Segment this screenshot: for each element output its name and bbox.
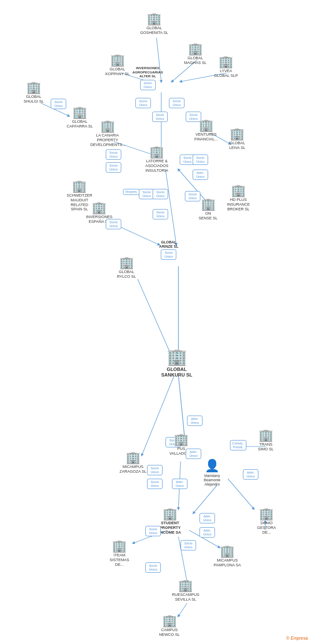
node-global-caffarra: 🏢 GLOBALCAFFARRA SL	[67, 106, 93, 129]
copyright: © Empresa	[286, 636, 308, 641]
node-micampus-zaragoza: 🏢 MICAMPUSZARAGOZA SL	[120, 452, 147, 474]
building-icon-maghas: 🏢	[188, 43, 203, 55]
label-iteam-sistemas: ITEAMSISTEMASDE...	[110, 553, 129, 567]
badge-adm-unico-maristany: Adm.Único	[243, 469, 258, 480]
badge-socio-unico-canaria1: SocioÚnico	[106, 149, 121, 160]
label-trans-simo: TRANSSIMO SL	[258, 442, 274, 452]
node-on-sense: 🏢 ONSENSE SL	[199, 198, 218, 221]
node-campus-newco: 🏢 CAMPUSNEWCO SL	[159, 615, 180, 637]
badge-adm-unico-student1: Adm.Único	[199, 513, 215, 523]
node-global-koppany: 🏢 GLOBALKOPPANY SL	[105, 54, 129, 76]
label-global-rylco: GLOBALRYLCO SL	[117, 270, 136, 279]
svg-line-17	[228, 479, 254, 509]
label-global-arinze: GLOBALARINZE SL	[159, 240, 178, 249]
badge-vicepres: Vicepres.	[123, 189, 140, 195]
node-global-rylco: 🏢 GLOBALRYLCO SL	[117, 257, 136, 279]
label-on-sense: ONSENSE SL	[199, 211, 218, 221]
label-global-maghas: GLOBALMAGHAS SL	[184, 56, 207, 65]
label-campus-newco: CAMPUSNEWCO SL	[159, 628, 180, 637]
node-iteam-sistemas: 🏢 ITEAMSISTEMASDE...	[110, 540, 129, 567]
label-ventures-financial: VENTURESFINANCIAL...	[194, 132, 218, 142]
node-student-property: 🏢 STUDENTPROPERTYINCOME SA	[159, 508, 181, 535]
node-global-maghas: 🏢 GLOBALMAGHAS SL	[184, 43, 207, 65]
label-inversiones-agropecuarias: INVERSIONESAGROPECUARIASALTER SL	[132, 66, 163, 79]
badge-adm-unico-student2: Adm.Único	[199, 527, 215, 538]
building-icon-caffarra: 🏢	[72, 106, 87, 118]
badge-socio-unico-mid2: SocioÚnico	[185, 191, 200, 201]
building-icon-campus-newco: 🏢	[162, 615, 177, 627]
svg-line-8	[166, 170, 176, 245]
badge-socio-unico-mid1: SocioÚnico	[153, 189, 168, 199]
badge-socio-unico-schw: SocioÚnico	[139, 189, 154, 199]
building-icon-pamplona: 🏢	[220, 545, 235, 557]
diagram-container: 🏢 GLOBAL GOSHENITA SL 🏢 GLOBALMAGHAS SL …	[0, 0, 313, 644]
node-micampus-pamplona: 🏢 MICAMPUSPAMPLONA SA	[214, 545, 241, 568]
building-icon-on-sense: 🏢	[201, 198, 216, 210]
building-icon-leiva: 🏢	[230, 128, 245, 140]
badge-adm-unico-sankuru1: Adm.Único	[187, 416, 203, 426]
label-maristany: MaristanyBeamonteAlejandro	[204, 474, 221, 487]
building-icon-goshenita: 🏢	[147, 13, 162, 25]
label-global-shulgi: GLOBALSHULGI SL	[24, 94, 44, 104]
badge-socio-unico-mid4: SocioÚnica	[106, 219, 121, 229]
building-icon-ventures: 🏢	[199, 119, 214, 131]
building-icon-iteam: 🏢	[112, 540, 127, 552]
label-global-caffarra: GLOBALCAFFARRA SL	[67, 119, 93, 129]
node-inversiones-agropecuarias: INVERSIONESAGROPECUARIASALTER SL SocioÚn…	[132, 65, 163, 90]
badge-adm-unico-latorre: Adm.Único	[193, 170, 208, 180]
label-global-leiva: GLOBALLEIVA SL	[229, 141, 245, 150]
badge-consej-presid: Consej..Presid.	[230, 440, 246, 450]
label-micampus-pamplona: MICAMPUSPAMPLONA SA	[214, 558, 241, 568]
svg-line-16	[193, 485, 217, 513]
building-icon-rylco: 🏢	[119, 257, 134, 269]
badge-socio-unico-student3: SocioÚnico	[181, 540, 196, 550]
node-maristany: 👤 MaristanyBeamonteAlejandro	[204, 459, 221, 487]
label-ruescampus-sevilla: RUESCAMPUSSEVILLA SL	[172, 592, 199, 602]
badge-socio-unico-mic-z: SocioÚnico	[147, 465, 163, 475]
badge-socio-unico-1: SocioÚnico	[140, 80, 156, 90]
label-global-goshenita: GLOBAL GOSHENITA SL	[140, 26, 168, 35]
node-hd-plus: 🏢 HD PLUSINSURANCEBROKER SL	[227, 185, 250, 211]
building-icon-schweitzer: 🏢	[72, 180, 87, 192]
person-icon-maristany: 👤	[205, 459, 220, 473]
badge-socio-unico-latorre2: SocioÚnico	[193, 155, 208, 165]
node-ventures-financial: 🏢 VENTURESFINANCIAL...	[194, 119, 218, 142]
node-domo-gestora: 🏢 DOMOGESTORADE...	[257, 508, 276, 535]
label-hd-plus: HD PLUSINSURANCEBROKER SL	[227, 197, 250, 211]
badge-socio-unico-inv2: SocioÚnico	[152, 112, 168, 122]
label-lyvea-global: LYVEAGLOBAL SLP	[214, 69, 238, 78]
building-icon-pus: 🏢	[174, 434, 189, 446]
node-latorre: 🏢 LATORRE &ASOCIADOSINSULTORIA	[145, 146, 169, 173]
label-latorre: LATORRE &ASOCIADOSINSULTORIA	[145, 159, 169, 173]
label-global-sankuru: GLOBALSANKURU SL	[161, 367, 192, 378]
connections-svg	[0, 0, 313, 644]
node-global-arinze: GLOBALARINZE SL SocioÚnico	[159, 239, 178, 260]
building-icon-latorre: 🏢	[149, 146, 164, 158]
badge-socio-unico-student: SocioÚnico	[145, 526, 161, 536]
badge-socio-unico-canaria2: SocioÚnico	[106, 162, 121, 173]
building-icon-trans-simo: 🏢	[258, 429, 273, 441]
building-icon-ruescampus: 🏢	[178, 580, 193, 592]
node-global-shulgi: 🏢 GLOBALSHULGI SL	[24, 82, 44, 104]
svg-line-13	[178, 376, 185, 440]
building-icon-shulgi: 🏢	[26, 82, 41, 94]
node-global-leiva: 🏢 GLOBALLEIVA SL	[229, 128, 245, 150]
node-ruescampus-sevilla: 🏢 RUESCAMPUSSEVILLA SL	[172, 580, 199, 602]
badge-socio-unico-shulgi: SocioÚnico	[51, 99, 66, 109]
badge-socio-unico-mid3: SocioÚnico	[153, 209, 168, 219]
building-icon-student-property: 🏢	[163, 508, 178, 520]
building-icon-lyvea: 🏢	[218, 56, 233, 68]
badge-socio-unico-mic-z2: SocioÚnico	[147, 479, 163, 489]
building-icon-espana: 🏢	[92, 202, 107, 214]
building-icon-sankuru: 🏢	[167, 349, 187, 365]
label-global-koppany: GLOBALKOPPANY SL	[105, 67, 129, 76]
node-lyvea-global: 🏢 LYVEAGLOBAL SLP	[214, 56, 238, 78]
badge-socio-unico-arinze: SocioÚnico	[161, 249, 176, 260]
node-la-canaria: 🏢 LA CANARIAPROPERTYDEVELOPMENTS...	[90, 120, 125, 147]
label-student-property: STUDENTPROPERTYINCOME SA	[159, 521, 181, 535]
node-global-goshenita: 🏢 GLOBAL GOSHENITA SL	[140, 13, 168, 35]
badge-adm-unico-mic-z: Adm.Único	[172, 479, 187, 489]
building-icon-zaragoza: 🏢	[126, 452, 141, 464]
badge-adm-unico-pus: Adm.Único	[186, 449, 201, 459]
label-micampus-zaragoza: MICAMPUSZARAGOZA SL	[120, 465, 147, 474]
